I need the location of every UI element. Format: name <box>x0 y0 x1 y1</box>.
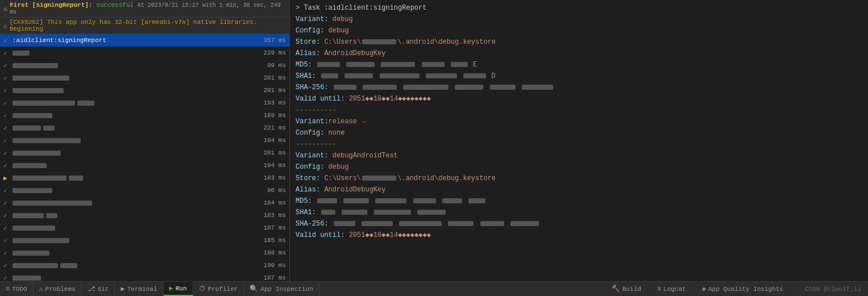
status-item-todo[interactable]: ≡ TODO <box>0 282 34 296</box>
table-row[interactable]: ✓ 185 ms <box>0 234 289 247</box>
task-time: 184 ms <box>252 199 286 206</box>
separator: ---------- <box>296 140 337 148</box>
todo-label: TODO <box>12 286 27 293</box>
output-value: C:\Users\ <box>324 174 361 182</box>
logcat-icon: ≡ <box>657 285 661 293</box>
table-row[interactable]: ✓ 201 ms <box>0 84 289 97</box>
output-line: Config: debug <box>290 161 868 173</box>
table-row[interactable]: ✓ 189 ms <box>0 109 289 122</box>
warning-line-icon: ⚠ <box>3 22 7 30</box>
status-label: successful <box>96 2 134 9</box>
output-line: SHA1: <box>290 207 868 218</box>
output-line: Variant: debug <box>290 14 868 25</box>
table-row[interactable]: ▶ 183 ms <box>0 172 289 184</box>
task-time: 183 ms <box>252 212 286 219</box>
task-time: 183 ms <box>252 174 286 181</box>
selected-task-time: 357 ms <box>252 37 286 44</box>
status-item-app-inspection[interactable]: 🔍 App Inspection <box>244 282 319 296</box>
check-icon: ✓ <box>3 162 13 169</box>
warning-line: ⚠ [CXX5202] This app only has 32-bit [ar… <box>0 18 289 34</box>
task-name <box>13 162 247 169</box>
right-panel: > Task :aidlclient:signingReport Variant… <box>290 0 868 281</box>
table-row[interactable]: ✓ 190 ms <box>0 259 289 272</box>
status-item-terminal[interactable]: ▶ Terminal <box>115 282 163 296</box>
status-item-run[interactable]: ▶ Run <box>164 282 193 296</box>
task-name <box>13 199 247 206</box>
output-key: Variant: <box>296 152 333 160</box>
status-bar-right: 🔨 Build ≡ Logcat ◈ App Quality Insights … <box>606 285 868 293</box>
table-row[interactable]: ✓ 184 ms <box>0 197 289 209</box>
output-line: SHA-256: <box>290 218 868 230</box>
table-row[interactable]: ✓ 194 ms <box>0 159 289 172</box>
table-row[interactable]: ✓ 198 ms <box>0 247 289 259</box>
table-row[interactable]: ✓ 193 ms <box>0 97 289 109</box>
status-item-build[interactable]: 🔨 Build <box>606 285 647 293</box>
check-icon: ✓ <box>3 74 13 82</box>
task-time: 190 ms <box>252 262 286 269</box>
table-row[interactable]: ✓ 221 ms <box>0 122 289 134</box>
logcat-label: Logcat <box>663 286 686 293</box>
output-line: > Task :aidlclient:signingReport <box>290 2 868 14</box>
task-time: 201 ms <box>252 87 286 94</box>
main-content: ⚠ First [signingReport]: successful At 2… <box>0 0 868 281</box>
task-time: 187 ms <box>252 224 286 231</box>
task-list[interactable]: ✓ 229 ms ✓ 99 ms ✓ 201 ms ✓ 201 ms ✓ <box>0 47 289 281</box>
problems-label: Problems <box>45 286 76 293</box>
output-value: 2051◆◆10◆◆14◆◆◆◆◆◆◆◆ <box>349 95 431 103</box>
status-item-git[interactable]: ⎇ Git <box>82 282 115 296</box>
check-icon: ✓ <box>3 224 13 232</box>
warning-icon: ⚠ <box>3 5 7 13</box>
output-key: SHA-256: <box>296 220 333 228</box>
task-name <box>13 224 247 231</box>
first-label: First [signingReport]: <box>10 2 92 9</box>
task-name <box>13 249 247 256</box>
status-item-logcat[interactable]: ≡ Logcat <box>651 285 692 293</box>
table-row[interactable]: ✓ 183 ms <box>0 209 289 222</box>
check-icon: ✓ <box>3 37 13 44</box>
arrow-right-icon: ▶ <box>3 174 13 182</box>
task-name <box>13 237 247 244</box>
output-line: Alias: AndroidDebugKey <box>290 48 868 59</box>
table-row[interactable]: ✓ 187 ms <box>0 272 289 281</box>
check-icon: ✓ <box>3 49 13 57</box>
table-row[interactable]: ✓ 99 ms <box>0 59 289 72</box>
table-row[interactable]: ✓ 201 ms <box>0 72 289 84</box>
output-value: debug <box>333 15 353 23</box>
problems-icon: ⚠ <box>39 285 43 293</box>
task-time: 221 ms <box>252 124 286 131</box>
output-key: SHA1: <box>296 209 320 216</box>
output-key: Valid until: <box>296 231 349 239</box>
table-row[interactable]: ✓ 187 ms <box>0 222 289 234</box>
profiler-label: Profiler <box>208 286 238 293</box>
output-line: Valid until: 2051◆◆10◆◆14◆◆◆◆◆◆◆◆ <box>290 93 868 105</box>
check-icon: ✓ <box>3 149 13 157</box>
status-item-profiler[interactable]: ⏱ Profiler <box>193 282 244 296</box>
output-line: SHA-256: <box>290 82 868 93</box>
selected-task-row[interactable]: ✓ :aidlclient:signingReport 357 ms ← <box>0 34 289 47</box>
output-key: Variant: <box>296 15 333 23</box>
task-name <box>13 137 247 144</box>
task-time: 194 ms <box>252 162 286 169</box>
check-icon: ✓ <box>3 212 13 219</box>
output-line: MD5: <box>290 195 868 207</box>
separator: ---------- <box>296 106 337 114</box>
top-bar: ⚠ First [signingReport]: successful At 2… <box>0 0 289 18</box>
table-row[interactable]: ✓ 96 ms <box>0 184 289 197</box>
table-row[interactable]: ✓ 229 ms <box>0 47 289 59</box>
output-key: Alias: <box>296 186 324 194</box>
table-row[interactable]: ✓ 201 ms <box>0 147 289 159</box>
check-icon: ✓ <box>3 87 13 94</box>
top-bar-title: First [signingReport]: successful At 202… <box>10 2 286 15</box>
check-icon: ✓ <box>3 187 13 194</box>
status-item-problems[interactable]: ⚠ Problems <box>34 282 82 296</box>
output-value-2: \.android\debug.keystore <box>397 174 496 182</box>
output-key: MD5: <box>296 61 316 69</box>
task-time: 193 ms <box>252 99 286 106</box>
output-line: ---------- <box>290 139 868 150</box>
check-icon: ✓ <box>3 99 13 107</box>
task-name <box>13 187 247 194</box>
status-item-quality[interactable]: ◈ App Quality Insights <box>696 285 789 293</box>
task-time: 198 ms <box>252 249 286 256</box>
output-line: MD5: E <box>290 59 868 70</box>
table-row[interactable]: ✓ 194 ms <box>0 134 289 147</box>
